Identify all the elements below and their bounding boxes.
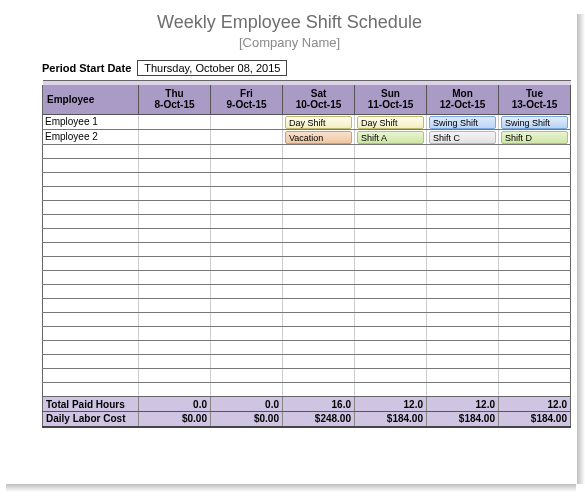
employee-name-cell[interactable] xyxy=(43,159,139,173)
shift-cell[interactable] xyxy=(211,369,283,383)
shift-cell[interactable] xyxy=(355,229,427,243)
employee-name-cell[interactable] xyxy=(43,271,139,285)
shift-cell[interactable] xyxy=(427,383,499,397)
shift-cell[interactable] xyxy=(211,285,283,299)
shift-cell[interactable] xyxy=(283,355,355,369)
shift-cell[interactable] xyxy=(283,313,355,327)
employee-name-cell[interactable] xyxy=(43,229,139,243)
employee-name-cell[interactable] xyxy=(43,145,139,159)
shift-cell[interactable] xyxy=(355,187,427,201)
shift-cell[interactable] xyxy=(139,327,211,341)
shift-cell[interactable] xyxy=(283,299,355,313)
shift-cell[interactable] xyxy=(427,257,499,271)
shift-cell[interactable] xyxy=(427,285,499,299)
shift-cell[interactable] xyxy=(211,159,283,173)
shift-cell[interactable]: Day Shift xyxy=(283,115,355,130)
shift-cell[interactable] xyxy=(139,313,211,327)
shift-cell[interactable] xyxy=(427,145,499,159)
shift-cell[interactable] xyxy=(283,285,355,299)
employee-name-cell[interactable] xyxy=(43,187,139,201)
shift-cell[interactable]: Swing Shift xyxy=(499,115,571,130)
shift-cell[interactable] xyxy=(355,299,427,313)
shift-cell[interactable] xyxy=(499,173,571,187)
shift-cell[interactable] xyxy=(355,285,427,299)
shift-cell[interactable] xyxy=(283,271,355,285)
shift-cell[interactable] xyxy=(427,229,499,243)
shift-cell[interactable] xyxy=(355,355,427,369)
employee-name-cell[interactable]: Employee 1 xyxy=(43,115,139,130)
shift-cell[interactable] xyxy=(499,299,571,313)
employee-name-cell[interactable] xyxy=(43,257,139,271)
shift-cell[interactable] xyxy=(139,159,211,173)
shift-cell[interactable]: Day Shift xyxy=(355,115,427,130)
shift-cell[interactable] xyxy=(355,271,427,285)
shift-cell[interactable] xyxy=(499,313,571,327)
shift-cell[interactable] xyxy=(211,215,283,229)
shift-cell[interactable] xyxy=(283,159,355,173)
shift-cell[interactable] xyxy=(211,271,283,285)
shift-cell[interactable] xyxy=(283,187,355,201)
shift-cell[interactable] xyxy=(211,355,283,369)
shift-cell[interactable] xyxy=(139,369,211,383)
shift-cell[interactable] xyxy=(355,369,427,383)
shift-cell[interactable] xyxy=(211,187,283,201)
shift-cell[interactable]: Shift C xyxy=(427,130,499,145)
shift-cell[interactable] xyxy=(283,229,355,243)
shift-cell[interactable] xyxy=(139,341,211,355)
shift-cell[interactable] xyxy=(283,383,355,397)
shift-cell[interactable] xyxy=(283,243,355,257)
employee-name-cell[interactable] xyxy=(43,285,139,299)
employee-name-cell[interactable] xyxy=(43,327,139,341)
shift-cell[interactable] xyxy=(211,115,283,130)
shift-cell[interactable] xyxy=(211,383,283,397)
shift-cell[interactable] xyxy=(427,299,499,313)
shift-cell[interactable] xyxy=(499,187,571,201)
employee-name-cell[interactable] xyxy=(43,243,139,257)
shift-cell[interactable] xyxy=(427,201,499,215)
period-start-date-field[interactable]: Thursday, October 08, 2015 xyxy=(137,60,287,76)
employee-name-cell[interactable] xyxy=(43,355,139,369)
shift-cell[interactable] xyxy=(427,313,499,327)
shift-cell[interactable] xyxy=(427,271,499,285)
shift-cell[interactable] xyxy=(139,355,211,369)
shift-cell[interactable] xyxy=(139,115,211,130)
shift-cell[interactable] xyxy=(427,159,499,173)
shift-cell[interactable] xyxy=(139,145,211,159)
shift-cell[interactable] xyxy=(211,243,283,257)
shift-cell[interactable] xyxy=(499,285,571,299)
shift-cell[interactable] xyxy=(499,159,571,173)
shift-cell[interactable] xyxy=(283,327,355,341)
shift-cell[interactable] xyxy=(283,173,355,187)
shift-cell[interactable] xyxy=(139,130,211,145)
shift-cell[interactable] xyxy=(283,341,355,355)
shift-cell[interactable]: Shift D xyxy=(499,130,571,145)
shift-cell[interactable] xyxy=(211,229,283,243)
shift-cell[interactable] xyxy=(355,383,427,397)
shift-cell[interactable] xyxy=(427,215,499,229)
shift-cell[interactable] xyxy=(355,327,427,341)
shift-cell[interactable] xyxy=(499,369,571,383)
shift-cell[interactable] xyxy=(139,271,211,285)
employee-name-cell[interactable] xyxy=(43,341,139,355)
shift-cell[interactable] xyxy=(499,215,571,229)
shift-cell[interactable] xyxy=(499,355,571,369)
shift-cell[interactable] xyxy=(427,187,499,201)
shift-cell[interactable] xyxy=(499,201,571,215)
shift-cell[interactable] xyxy=(139,187,211,201)
shift-cell[interactable] xyxy=(283,369,355,383)
employee-name-cell[interactable] xyxy=(43,201,139,215)
employee-name-cell[interactable] xyxy=(43,299,139,313)
shift-cell[interactable] xyxy=(139,299,211,313)
shift-cell[interactable] xyxy=(427,369,499,383)
employee-name-cell[interactable] xyxy=(43,173,139,187)
shift-cell[interactable] xyxy=(283,145,355,159)
shift-cell[interactable] xyxy=(139,383,211,397)
shift-cell[interactable] xyxy=(427,173,499,187)
shift-cell[interactable] xyxy=(355,215,427,229)
employee-name-cell[interactable] xyxy=(43,215,139,229)
shift-cell[interactable] xyxy=(355,243,427,257)
shift-cell[interactable] xyxy=(427,355,499,369)
shift-cell[interactable] xyxy=(139,285,211,299)
employee-name-cell[interactable] xyxy=(43,369,139,383)
shift-cell[interactable] xyxy=(139,229,211,243)
